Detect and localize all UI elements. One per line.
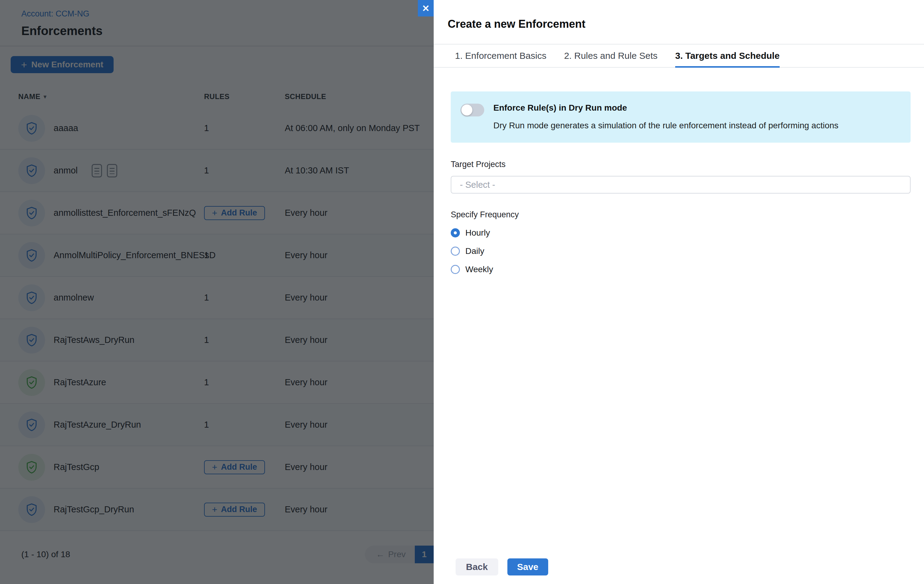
radio-option-weekly[interactable]: Weekly xyxy=(451,265,911,274)
tab-3[interactable]: 3. Targets and Schedule xyxy=(675,45,780,67)
toggle-knob xyxy=(461,104,472,116)
drawer-footer: Back Save xyxy=(434,558,548,576)
radio-option-daily[interactable]: Daily xyxy=(451,246,911,256)
tab-2[interactable]: 2. Rules and Rule Sets xyxy=(564,45,658,67)
app-window: Account: CCM-NG Enforcements + New Enfor… xyxy=(0,0,924,584)
dry-run-text: Enforce Rule(s) in Dry Run mode Dry Run … xyxy=(493,103,838,131)
close-icon[interactable]: ✕ xyxy=(418,0,434,17)
radio-icon[interactable] xyxy=(451,247,460,256)
radio-label: Daily xyxy=(465,246,484,256)
dry-run-info-box: Enforce Rule(s) in Dry Run mode Dry Run … xyxy=(451,91,911,143)
target-projects-select[interactable] xyxy=(451,176,911,194)
radio-option-hourly[interactable]: Hourly xyxy=(451,228,911,238)
back-button[interactable]: Back xyxy=(455,558,498,576)
radio-label: Weekly xyxy=(465,265,493,274)
target-projects-label: Target Projects xyxy=(451,160,911,169)
dry-run-title: Enforce Rule(s) in Dry Run mode xyxy=(493,103,838,113)
radio-icon[interactable] xyxy=(451,228,460,237)
dry-run-description: Dry Run mode generates a simulation of t… xyxy=(493,121,838,131)
drawer-title: Create a new Enforcement xyxy=(434,0,924,30)
tab-1[interactable]: 1. Enforcement Basics xyxy=(455,45,546,67)
create-enforcement-drawer: ✕ Create a new Enforcement 1. Enforcemen… xyxy=(434,0,924,584)
frequency-radio-group: HourlyDailyWeekly xyxy=(451,228,911,274)
drawer-content: Enforce Rule(s) in Dry Run mode Dry Run … xyxy=(434,68,924,274)
drawer-tabbar: 1. Enforcement Basics2. Rules and Rule S… xyxy=(434,44,924,68)
specify-frequency-label: Specify Frequency xyxy=(451,210,911,220)
radio-icon[interactable] xyxy=(451,265,460,274)
dry-run-toggle[interactable] xyxy=(460,104,484,116)
save-button[interactable]: Save xyxy=(507,558,548,576)
radio-label: Hourly xyxy=(465,228,490,238)
